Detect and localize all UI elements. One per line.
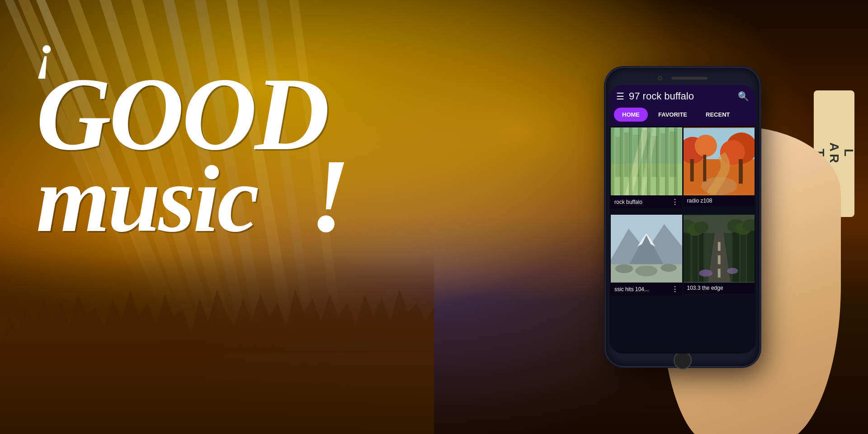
svg-point-56	[694, 222, 708, 233]
station-label-3: ssic hits 104... ⋮	[611, 283, 682, 296]
station-name-3: ssic hits 104...	[614, 286, 649, 292]
svg-point-27	[694, 135, 717, 157]
app-title: 97 rock buffalo	[629, 90, 733, 102]
more-icon-3[interactable]: ⋮	[671, 285, 679, 293]
phone-top-bar	[609, 71, 756, 85]
svg-line-22	[642, 128, 656, 195]
station-label-4: 103.3 the edge	[684, 283, 755, 293]
svg-point-61	[727, 268, 738, 274]
svg-rect-13	[615, 137, 621, 177]
station-thumb-forest	[611, 127, 682, 195]
svg-rect-52	[741, 228, 746, 282]
phone-speaker	[671, 77, 708, 80]
svg-rect-12	[611, 164, 682, 195]
search-icon[interactable]: 🔍	[738, 91, 749, 102]
tab-recent[interactable]: RECENT	[698, 108, 738, 122]
station-thumb-road	[684, 215, 755, 283]
station-card-radio-z108[interactable]: radio z108	[684, 127, 755, 213]
road-svg	[684, 215, 755, 283]
home-button[interactable]	[674, 351, 692, 369]
svg-rect-46	[717, 255, 720, 264]
svg-rect-18	[660, 133, 665, 177]
station-name-4: 103.3 the edge	[687, 285, 723, 291]
svg-rect-19	[670, 132, 676, 177]
phone-wrapper: ☰ 97 rock buffalo 🔍 HOME FAVORITE RECENT	[552, 0, 814, 434]
svg-rect-16	[643, 130, 648, 177]
tab-favorite[interactable]: FAVORITE	[650, 108, 695, 122]
station-grid: rock buffalo ⋮	[609, 126, 756, 302]
station-card-rock-buffalo[interactable]: rock buffalo ⋮	[611, 127, 682, 213]
svg-rect-49	[692, 229, 698, 282]
station-name-2: radio z108	[687, 198, 712, 204]
station-label-1: rock buffalo ⋮	[611, 195, 682, 208]
mountain-svg	[611, 215, 682, 283]
station-name-1: rock buffalo	[614, 199, 642, 205]
more-icon-1[interactable]: ⋮	[671, 198, 679, 206]
svg-rect-47	[717, 269, 720, 278]
forest-svg	[611, 127, 682, 195]
station-thumb-autumn	[684, 127, 755, 195]
phone-device: ☰ 97 rock buffalo 🔍 HOME FAVORITE RECENT	[606, 68, 760, 366]
exclamation-suffix-text: !	[310, 144, 350, 248]
tagline-overlay: ¡ GOOD music !	[36, 27, 327, 239]
station-thumb-mountain	[611, 215, 682, 283]
svg-rect-20	[611, 128, 682, 195]
svg-rect-32	[739, 159, 743, 184]
svg-rect-41	[611, 215, 682, 282]
good-text: GOOD	[36, 70, 327, 159]
tab-home[interactable]: HOME	[614, 108, 648, 122]
svg-rect-17	[652, 136, 658, 177]
menu-icon[interactable]: ☰	[616, 91, 624, 102]
svg-line-21	[628, 128, 646, 195]
nav-tabs: HOME FAVORITE RECENT	[609, 108, 756, 126]
app-header: ☰ 97 rock buffalo 🔍	[609, 85, 756, 108]
svg-rect-31	[703, 155, 706, 181]
svg-rect-14	[624, 132, 629, 177]
svg-point-60	[699, 269, 712, 277]
station-card-103-edge[interactable]: 103.3 the edge	[684, 215, 755, 301]
svg-rect-15	[633, 135, 639, 177]
station-card-ssic-hits[interactable]: ssic hits 104... ⋮	[611, 215, 682, 301]
phone-screen: ☰ 97 rock buffalo 🔍 HOME FAVORITE RECENT	[609, 85, 756, 354]
svg-rect-30	[690, 159, 693, 181]
svg-rect-45	[717, 242, 720, 251]
crowd-silhouette	[0, 253, 434, 434]
station-label-2: radio z108	[684, 195, 755, 206]
autumn-svg	[684, 127, 755, 195]
phone-camera	[658, 76, 662, 80]
phone-bottom-bar	[609, 354, 756, 367]
svg-rect-11	[611, 128, 682, 195]
music-text: music	[36, 159, 327, 240]
